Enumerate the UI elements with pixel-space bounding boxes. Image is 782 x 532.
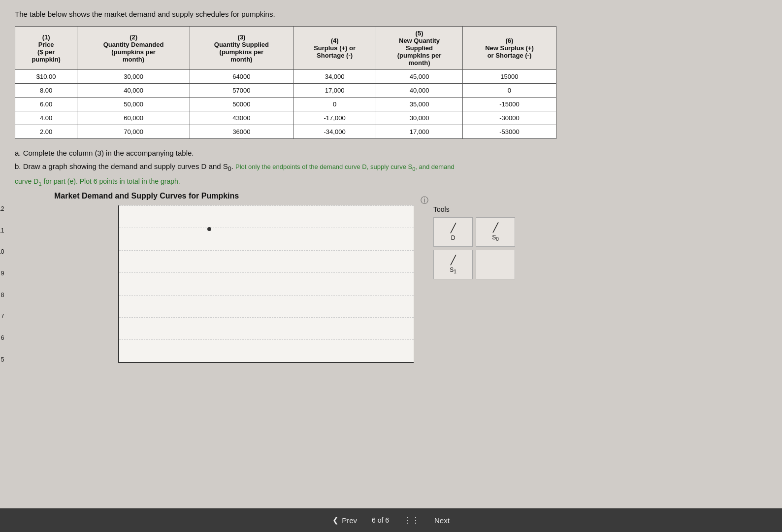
grid-line-11 — [119, 228, 414, 228]
grid-line-8 — [119, 295, 414, 296]
cell-surplus-2: 0 — [293, 98, 376, 111]
cell-demanded-0: 30,000 — [77, 70, 190, 84]
table-row: 2.00 70,000 36000 -34,000 17,000 -53000 — [15, 125, 556, 139]
question-b-cont: curve D1 for part (e). Plot 6 points in … — [15, 177, 767, 187]
cell-new-surplus-1: 0 — [462, 84, 556, 98]
y-ticks: 12 11 10 9 8 7 6 5 — [0, 205, 4, 363]
col-header-5: (5)New QuantitySupplied(pumpkins permont… — [376, 27, 463, 70]
tool-icon-s1: ╱ — [451, 255, 456, 266]
cell-demanded-1: 40,000 — [77, 84, 190, 98]
tool-icon-d: ╱ — [451, 223, 456, 233]
cell-new-qty-2: 35,000 — [376, 98, 463, 111]
prev-button[interactable]: ❮ Prev — [332, 516, 357, 525]
bottom-nav: ❮ Prev 6 of 6 ⋮⋮ Next — [0, 508, 782, 532]
tool-label-s1: S1 — [450, 266, 456, 274]
cell-new-surplus-3: -30000 — [462, 111, 556, 125]
tools-panel: Tools ╱ D ╱ S0 ╱ S1 — [433, 205, 515, 279]
cell-surplus-3: -17,000 — [293, 111, 376, 125]
tool-icon-s0: ╱ — [493, 222, 498, 233]
tool-btn-d[interactable]: ╱ D — [433, 217, 473, 247]
cell-surplus-0: 34,000 — [293, 70, 376, 84]
info-icon[interactable]: ⓘ — [421, 196, 428, 206]
question-b: b. Draw a graph showing the demand and s… — [15, 162, 767, 172]
cell-new-surplus-0: 15000 — [462, 70, 556, 84]
prev-arrow: ❮ — [332, 516, 339, 525]
cell-supplied-1[interactable]: 57000 — [190, 84, 293, 98]
tools-grid: ╱ D ╱ S0 ╱ S1 — [433, 217, 515, 279]
cell-price-0: $10.00 — [15, 70, 77, 84]
cell-price-4: 2.00 — [15, 125, 77, 139]
col-header-3: (3)Quantity Supplied(pumpkins permonth) — [190, 27, 293, 70]
col-header-4: (4)Surplus (+) orShortage (-) — [293, 27, 376, 70]
grid-icon[interactable]: ⋮⋮ — [404, 516, 420, 525]
grid-line-10 — [119, 250, 414, 251]
graph-area: ($ per pumpkin) 12 11 10 9 8 7 6 5 ⓘ Too… — [15, 205, 767, 363]
next-label: Next — [434, 516, 450, 525]
intro-text: The table below shows the market demand … — [15, 10, 767, 18]
graph-canvas[interactable]: ⓘ — [118, 205, 414, 363]
prev-label: Prev — [342, 516, 357, 525]
cell-price-3: 4.00 — [15, 111, 77, 125]
cell-new-qty-0: 45,000 — [376, 70, 463, 84]
cell-surplus-1: 17,000 — [293, 84, 376, 98]
cell-demanded-4: 70,000 — [77, 125, 190, 139]
cell-demanded-2: 50,000 — [77, 98, 190, 111]
table-row: 8.00 40,000 57000 17,000 40,000 0 — [15, 84, 556, 98]
cell-surplus-4: -34,000 — [293, 125, 376, 139]
grid-line-12 — [119, 205, 414, 206]
table-row: 6.00 50,000 50000 0 35,000 -15000 — [15, 98, 556, 111]
cell-supplied-3[interactable]: 43000 — [190, 111, 293, 125]
tools-label: Tools — [433, 205, 450, 213]
question-a: a. Complete the column (3) in the accomp… — [15, 149, 767, 157]
next-button[interactable]: Next — [434, 516, 450, 525]
tool-label-s0: S0 — [492, 234, 499, 242]
table-row: $10.00 30,000 64000 34,000 45,000 15000 — [15, 70, 556, 84]
cell-price-2: 6.00 — [15, 98, 77, 111]
page-indicator: 6 of 6 — [372, 516, 389, 524]
tool-btn-s0[interactable]: ╱ S0 — [476, 217, 515, 247]
tool-label-d: D — [451, 234, 456, 241]
cell-price-1: 8.00 — [15, 84, 77, 98]
cell-supplied-4[interactable]: 36000 — [190, 125, 293, 139]
graph-title: Market Demand and Supply Curves for Pump… — [54, 192, 767, 200]
cell-new-qty-4: 17,000 — [376, 125, 463, 139]
cell-new-surplus-4: -53000 — [462, 125, 556, 139]
cell-supplied-0[interactable]: 64000 — [190, 70, 293, 84]
cell-new-surplus-2: -15000 — [462, 98, 556, 111]
col-header-6: (6)New Surplus (+)or Shortage (-) — [462, 27, 556, 70]
tool-btn-s1[interactable]: ╱ S1 — [433, 250, 473, 279]
table-row: 4.00 60,000 43000 -17,000 30,000 -30000 — [15, 111, 556, 125]
grid-line-7 — [119, 317, 414, 318]
col-header-2: (2)Quantity Demanded(pumpkins permonth) — [77, 27, 190, 70]
cell-new-qty-3: 30,000 — [376, 111, 463, 125]
cell-demanded-3: 60,000 — [77, 111, 190, 125]
cell-new-qty-1: 40,000 — [376, 84, 463, 98]
data-table: (1)Price($ perpumpkin) (2)Quantity Deman… — [15, 26, 556, 139]
grid-line-9 — [119, 272, 414, 273]
grid-line-6 — [119, 339, 414, 340]
plot-point-1 — [207, 227, 211, 231]
col-header-1: (1)Price($ perpumpkin) — [15, 27, 77, 70]
cell-supplied-2[interactable]: 50000 — [190, 98, 293, 111]
tool-btn-empty[interactable] — [476, 250, 515, 279]
